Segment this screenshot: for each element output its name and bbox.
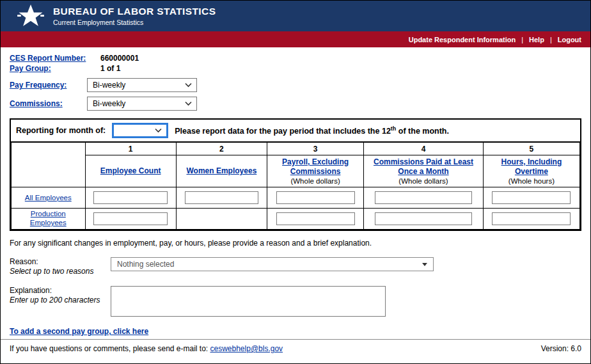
nav-logout[interactable]: Logout — [558, 36, 581, 44]
column-number-4: 4 — [364, 143, 484, 155]
input-all-employees-hours[interactable] — [492, 191, 571, 204]
employment-data-table: 1 2 3 4 5 Employee Count Women Employees… — [11, 142, 580, 230]
main-content: CES Report Number: 660000001 Pay Group: … — [1, 47, 590, 339]
reporting-month-label: Reporting for month of: — [16, 126, 106, 135]
explanation-textarea[interactable] — [111, 286, 386, 317]
page: BUREAU OF LABOR STATISTICS Current Emplo… — [0, 0, 591, 364]
column-number-1: 1 — [85, 143, 176, 155]
chevron-down-icon — [185, 102, 192, 106]
commissions-value: Bi-weekly — [93, 99, 125, 108]
column-header-row: Employee Count Women Employees Payroll, … — [12, 155, 580, 187]
nav-update-respondent-information[interactable]: Update Respondent Information — [409, 36, 516, 44]
reason-hint: Select up to two reasons — [10, 267, 111, 276]
nav-separator: | — [521, 36, 523, 44]
input-production-hours[interactable] — [492, 212, 571, 225]
changes-instruction: For any significant changes in employmen… — [10, 239, 581, 248]
add-pay-group-link[interactable]: To add a second pay group, click here — [10, 327, 148, 336]
ces-report-number-label[interactable]: CES Report Number: — [10, 54, 100, 63]
bls-logo-icon — [17, 4, 44, 28]
column-number-5: 5 — [483, 143, 579, 155]
explanation-hint: Enter up to 200 characters — [10, 296, 111, 305]
input-production-commissions[interactable] — [375, 212, 472, 225]
column-header-employee-count[interactable]: Employee Count — [100, 166, 161, 176]
input-all-employees-payroll[interactable] — [276, 191, 355, 204]
column-note-payroll: (Whole dollars) — [270, 177, 361, 185]
footer-help-text: If you have questions or comments, pleas… — [10, 344, 283, 363]
pay-frequency-label[interactable]: Pay Frequency: — [10, 81, 87, 90]
header-titles: BUREAU OF LABOR STATISTICS Current Emplo… — [53, 6, 216, 26]
explanation-row: Explanation: Enter up to 200 characters — [10, 286, 581, 317]
explanation-caption: Explanation: Enter up to 200 characters — [10, 286, 111, 305]
chevron-down-icon — [185, 83, 192, 88]
pay-frequency-row: Pay Frequency: Bi-weekly — [10, 78, 581, 92]
reason-select[interactable]: Nothing selected — [111, 257, 434, 271]
column-note-commissions: (Whole dollars) — [366, 177, 480, 185]
report-info: CES Report Number: 660000001 Pay Group: … — [10, 54, 581, 74]
reporting-month-row: Reporting for month of: Please report da… — [11, 120, 580, 142]
row-label-production-employees[interactable]: Production Employees — [19, 210, 77, 228]
nav-separator: | — [550, 36, 552, 44]
utility-nav: Update Respondent Information | Help | L… — [1, 31, 590, 47]
reason-caption: Reason: Select up to two reasons — [10, 257, 111, 276]
reporting-instruction: Please report data for the pay period th… — [175, 125, 449, 136]
column-header-women-employees[interactable]: Women Employees — [187, 166, 257, 176]
column-note-hours: (Whole hours) — [486, 177, 577, 185]
footer-email-link[interactable]: ceswebhelp@bls.gov — [210, 344, 283, 353]
ces-report-number-value: 660000001 — [100, 54, 581, 63]
table-row-all-employees: All Employees — [12, 187, 580, 209]
row-label-all-employees[interactable]: All Employees — [25, 194, 72, 203]
reason-select-value: Nothing selected — [117, 260, 174, 269]
pay-group-value: 1 of 1 — [100, 64, 581, 74]
column-number-row: 1 2 3 4 5 — [12, 143, 580, 155]
table-row-production-employees: Production Employees — [12, 209, 580, 230]
caret-down-icon — [422, 263, 427, 266]
header: BUREAU OF LABOR STATISTICS Current Emplo… — [1, 1, 590, 31]
column-header-commissions-paid[interactable]: Commissions Paid at Least Once a Month — [366, 157, 480, 177]
empty-cell-production-women — [176, 209, 267, 230]
explanation-label: Explanation: — [10, 286, 111, 296]
page-subtitle: Current Employment Statistics — [53, 19, 216, 26]
column-header-payroll[interactable]: Payroll, Excluding Commissions — [270, 157, 361, 177]
column-number-2: 2 — [176, 143, 267, 155]
page-title: BUREAU OF LABOR STATISTICS — [53, 6, 216, 17]
commissions-select[interactable]: Bi-weekly — [87, 97, 197, 111]
input-production-payroll[interactable] — [276, 212, 355, 225]
reason-label: Reason: — [10, 257, 111, 267]
reason-row: Reason: Select up to two reasons Nothing… — [10, 257, 581, 276]
nav-help[interactable]: Help — [529, 36, 544, 44]
input-all-employees-women-employees[interactable] — [185, 191, 259, 204]
footer-version: Version: 6.0 — [541, 344, 581, 363]
footer: If you have questions or comments, pleas… — [1, 339, 590, 363]
input-all-employees-commissions[interactable] — [375, 191, 472, 204]
commissions-row: Commissions: Bi-weekly — [10, 97, 581, 111]
commissions-label[interactable]: Commissions: — [10, 99, 87, 108]
table-corner-cell — [12, 143, 86, 187]
input-production-employee-count[interactable] — [93, 212, 168, 225]
pay-frequency-value: Bi-weekly — [93, 81, 125, 90]
reporting-month-select[interactable] — [112, 123, 168, 138]
chevron-down-icon — [155, 129, 162, 133]
footer-text: If you have questions or comments, pleas… — [10, 344, 210, 353]
column-header-hours[interactable]: Hours, Including Overtime — [486, 157, 577, 177]
pay-group-label[interactable]: Pay Group: — [10, 64, 100, 74]
pay-frequency-select[interactable]: Bi-weekly — [87, 78, 197, 92]
column-number-3: 3 — [267, 143, 364, 155]
input-all-employees-employee-count[interactable] — [93, 191, 168, 204]
report-table: Reporting for month of: Please report da… — [10, 118, 581, 231]
